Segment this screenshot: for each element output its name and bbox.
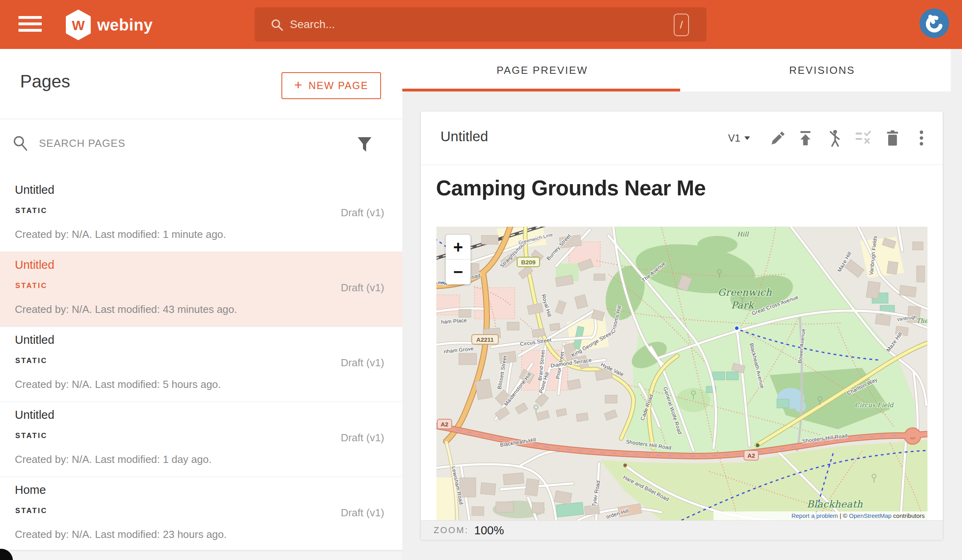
page-list-item[interactable]: Untitled STATIC Draft (v1) Created by: N… [0, 402, 402, 477]
page-list-item[interactable]: Untitled STATIC Draft (v1) Created by: N… [0, 327, 402, 402]
global-search: / [255, 7, 707, 42]
report-problem-link: Report a problem [791, 512, 838, 519]
request-review-button[interactable] [825, 128, 844, 148]
page-item-created: Created by: N/A. Last modified: 43 minut… [15, 303, 237, 316]
page-item-created: Created by: N/A. Last modified: 23 hours… [15, 528, 227, 541]
map-label: Blackheath [807, 499, 863, 510]
zoom-value[interactable]: 100% [474, 524, 504, 537]
page-item-title: Home [15, 483, 46, 497]
page-item-type: STATIC [15, 282, 47, 290]
webiny-hexagon-icon: W [65, 10, 92, 40]
search-icon [13, 135, 29, 152]
page-item-status: Draft (v1) [341, 282, 384, 294]
tab-revisions[interactable]: REVISIONS [682, 49, 962, 91]
page-list-item[interactable]: Home STATIC Draft (v1) Created by: N/A. … [0, 477, 402, 552]
road-ref-badge: A2 [744, 450, 758, 460]
preview-zoom-footer: ZOOM: 100% [421, 520, 943, 540]
svg-text:Report a problem | © OpenStree: Report a problem | © OpenStreetMap contr… [791, 512, 925, 519]
detail-tabs: PAGE PREVIEW REVISIONS [402, 49, 962, 91]
map-label: Circus Field [855, 402, 894, 409]
filter-button[interactable] [355, 134, 374, 156]
road-ref-badge: A2211 [472, 335, 498, 344]
page-item-type: STATIC [15, 507, 47, 515]
edit-button[interactable] [768, 128, 786, 148]
more-options-button[interactable] [912, 128, 931, 148]
map-label: Park [731, 300, 755, 311]
openstreetmap-embed[interactable]: B209A2211A2A2 StraightsmouthGreenwich Li… [436, 227, 927, 520]
pencil-icon [768, 129, 785, 147]
map-zoom-out-button[interactable]: − [446, 260, 471, 284]
kebab-menu-icon [918, 129, 925, 147]
tabs-endcap [951, 49, 962, 91]
publish-icon [797, 129, 814, 147]
card-header: Untitled V1 [421, 112, 943, 165]
map-label: Hill [737, 231, 749, 238]
user-avatar[interactable] [919, 8, 949, 38]
page-list-item[interactable]: Untitled STATIC Draft (v1) Created by: N… [0, 252, 402, 327]
card-actions: V1 [728, 126, 931, 150]
hamburger-menu-icon[interactable] [18, 16, 42, 34]
requested-changes-button[interactable] [854, 128, 873, 148]
svg-text:B209: B209 [521, 259, 536, 266]
page-list: Untitled STATIC Draft (v1) Created by: N… [0, 177, 402, 552]
search-icon [271, 18, 283, 31]
content-heading: Camping Grounds Near Me [436, 176, 706, 200]
top-app-bar: W webiny / [0, 0, 962, 49]
svg-text:A2: A2 [440, 421, 448, 428]
map-attribution: Report a problem | © OpenStreetMap contr… [713, 511, 927, 520]
plus-icon: + [294, 77, 303, 93]
global-search-input[interactable] [289, 18, 707, 31]
search-pages-bar [0, 119, 402, 177]
page-item-created: Created by: N/A. Last modified: 1 day ag… [15, 453, 212, 466]
map-zoom-control: + − [446, 235, 471, 284]
road-ref-badge: A2 [437, 419, 452, 429]
search-shortcut-key: / [674, 14, 689, 36]
page-item-status: Draft (v1) [341, 207, 384, 219]
road-ref-badge: B209 [517, 257, 540, 267]
next-list-item-partial [0, 550, 402, 560]
tab-page-preview[interactable]: PAGE PREVIEW [402, 49, 682, 91]
page-item-title: Untitled [15, 258, 54, 272]
svg-text:A2: A2 [747, 452, 755, 459]
page-item-status: Draft (v1) [341, 432, 384, 444]
map-marker-dot [735, 326, 739, 331]
delete-button[interactable] [883, 128, 902, 148]
filter-funnel-icon [357, 136, 372, 153]
search-pages-input[interactable] [38, 137, 297, 150]
openstreetmap-link: OpenStreetMap [849, 512, 892, 519]
page-item-title: Untitled [15, 183, 54, 197]
brand-name: webiny [97, 16, 153, 34]
list-check-x-icon [855, 129, 872, 147]
page-preview-card: Untitled V1 [421, 112, 943, 540]
svg-text:A2211: A2211 [476, 336, 493, 343]
map-label: The [916, 317, 927, 325]
page-item-type: STATIC [15, 432, 47, 440]
svg-text:W: W [72, 18, 85, 33]
page-item-type: STATIC [15, 357, 47, 365]
version-dropdown[interactable]: V1 [728, 132, 750, 144]
page-list-item[interactable]: Untitled STATIC Draft (v1) Created by: N… [0, 177, 402, 252]
page-item-type: STATIC [15, 207, 47, 215]
map-zoom-in-button[interactable]: + [446, 235, 471, 259]
page-item-status: Draft (v1) [341, 357, 384, 369]
page-item-created: Created by: N/A. Last modified: 1 minute… [15, 228, 226, 241]
webiny-logo[interactable]: W webiny [65, 7, 153, 43]
page-item-title: Untitled [15, 408, 54, 422]
card-page-title: Untitled [440, 128, 488, 144]
zoom-label: ZOOM: [434, 525, 469, 536]
page-item-created: Created by: N/A. Last modified: 5 hours … [15, 378, 221, 391]
pages-list-panel: Pages + NEW PAGE Untitled STATIC Draft (… [0, 49, 402, 560]
map-canvas: B209A2211A2A2 StraightsmouthGreenwich Li… [436, 227, 927, 520]
new-page-button[interactable]: + NEW PAGE [281, 72, 381, 99]
publish-button[interactable] [797, 128, 815, 148]
map-label: nw [438, 280, 444, 285]
page-item-title: Untitled [15, 333, 54, 347]
person-raised-arm-icon [826, 128, 843, 148]
page-title: Pages [20, 71, 70, 91]
map-label: Greenwich [718, 287, 772, 298]
page-item-status: Draft (v1) [341, 507, 384, 519]
chevron-down-icon [744, 136, 750, 140]
trash-icon [885, 129, 901, 147]
page-details-panel: PAGE PREVIEW REVISIONS Untitled V1 [402, 49, 962, 560]
